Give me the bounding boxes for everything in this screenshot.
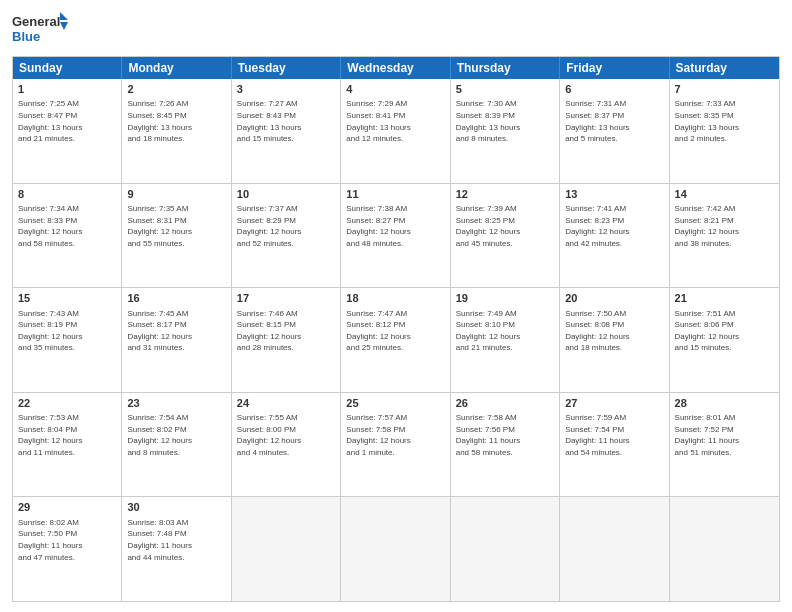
day-number-19: 19: [456, 291, 554, 306]
day-info-20: Sunrise: 7:50 AM Sunset: 8:08 PM Dayligh…: [565, 308, 663, 354]
day-number-18: 18: [346, 291, 444, 306]
day-number-24: 24: [237, 396, 335, 411]
day-24: 24Sunrise: 7:55 AM Sunset: 8:00 PM Dayli…: [232, 393, 341, 497]
day-info-21: Sunrise: 7:51 AM Sunset: 8:06 PM Dayligh…: [675, 308, 774, 354]
day-17: 17Sunrise: 7:46 AM Sunset: 8:15 PM Dayli…: [232, 288, 341, 392]
empty-cell: [341, 497, 450, 601]
header-sunday: Sunday: [13, 57, 122, 79]
day-2: 2Sunrise: 7:26 AM Sunset: 8:45 PM Daylig…: [122, 79, 231, 183]
day-info-30: Sunrise: 8:03 AM Sunset: 7:48 PM Dayligh…: [127, 517, 225, 563]
day-number-12: 12: [456, 187, 554, 202]
day-info-11: Sunrise: 7:38 AM Sunset: 8:27 PM Dayligh…: [346, 203, 444, 249]
day-number-27: 27: [565, 396, 663, 411]
day-3: 3Sunrise: 7:27 AM Sunset: 8:43 PM Daylig…: [232, 79, 341, 183]
day-number-20: 20: [565, 291, 663, 306]
day-number-8: 8: [18, 187, 116, 202]
empty-cell: [451, 497, 560, 601]
day-9: 9Sunrise: 7:35 AM Sunset: 8:31 PM Daylig…: [122, 184, 231, 288]
day-5: 5Sunrise: 7:30 AM Sunset: 8:39 PM Daylig…: [451, 79, 560, 183]
day-26: 26Sunrise: 7:58 AM Sunset: 7:56 PM Dayli…: [451, 393, 560, 497]
day-number-1: 1: [18, 82, 116, 97]
day-info-10: Sunrise: 7:37 AM Sunset: 8:29 PM Dayligh…: [237, 203, 335, 249]
day-number-5: 5: [456, 82, 554, 97]
day-info-7: Sunrise: 7:33 AM Sunset: 8:35 PM Dayligh…: [675, 98, 774, 144]
logo: General Blue: [12, 10, 72, 48]
day-info-27: Sunrise: 7:59 AM Sunset: 7:54 PM Dayligh…: [565, 412, 663, 458]
day-14: 14Sunrise: 7:42 AM Sunset: 8:21 PM Dayli…: [670, 184, 779, 288]
header-saturday: Saturday: [670, 57, 779, 79]
svg-text:General: General: [12, 14, 60, 29]
week-row-4: 22Sunrise: 7:53 AM Sunset: 8:04 PM Dayli…: [13, 392, 779, 497]
day-info-14: Sunrise: 7:42 AM Sunset: 8:21 PM Dayligh…: [675, 203, 774, 249]
day-number-15: 15: [18, 291, 116, 306]
logo-svg: General Blue: [12, 10, 72, 48]
header-monday: Monday: [122, 57, 231, 79]
day-info-16: Sunrise: 7:45 AM Sunset: 8:17 PM Dayligh…: [127, 308, 225, 354]
day-29: 29Sunrise: 8:02 AM Sunset: 7:50 PM Dayli…: [13, 497, 122, 601]
day-info-17: Sunrise: 7:46 AM Sunset: 8:15 PM Dayligh…: [237, 308, 335, 354]
day-info-25: Sunrise: 7:57 AM Sunset: 7:58 PM Dayligh…: [346, 412, 444, 458]
day-21: 21Sunrise: 7:51 AM Sunset: 8:06 PM Dayli…: [670, 288, 779, 392]
day-1: 1Sunrise: 7:25 AM Sunset: 8:47 PM Daylig…: [13, 79, 122, 183]
empty-cell: [232, 497, 341, 601]
day-8: 8Sunrise: 7:34 AM Sunset: 8:33 PM Daylig…: [13, 184, 122, 288]
day-info-18: Sunrise: 7:47 AM Sunset: 8:12 PM Dayligh…: [346, 308, 444, 354]
day-12: 12Sunrise: 7:39 AM Sunset: 8:25 PM Dayli…: [451, 184, 560, 288]
day-number-4: 4: [346, 82, 444, 97]
day-6: 6Sunrise: 7:31 AM Sunset: 8:37 PM Daylig…: [560, 79, 669, 183]
day-4: 4Sunrise: 7:29 AM Sunset: 8:41 PM Daylig…: [341, 79, 450, 183]
day-number-13: 13: [565, 187, 663, 202]
day-22: 22Sunrise: 7:53 AM Sunset: 8:04 PM Dayli…: [13, 393, 122, 497]
day-info-2: Sunrise: 7:26 AM Sunset: 8:45 PM Dayligh…: [127, 98, 225, 144]
day-number-29: 29: [18, 500, 116, 515]
week-row-3: 15Sunrise: 7:43 AM Sunset: 8:19 PM Dayli…: [13, 287, 779, 392]
day-number-9: 9: [127, 187, 225, 202]
day-info-15: Sunrise: 7:43 AM Sunset: 8:19 PM Dayligh…: [18, 308, 116, 354]
empty-cell: [670, 497, 779, 601]
day-info-28: Sunrise: 8:01 AM Sunset: 7:52 PM Dayligh…: [675, 412, 774, 458]
day-info-3: Sunrise: 7:27 AM Sunset: 8:43 PM Dayligh…: [237, 98, 335, 144]
day-27: 27Sunrise: 7:59 AM Sunset: 7:54 PM Dayli…: [560, 393, 669, 497]
day-info-26: Sunrise: 7:58 AM Sunset: 7:56 PM Dayligh…: [456, 412, 554, 458]
day-info-23: Sunrise: 7:54 AM Sunset: 8:02 PM Dayligh…: [127, 412, 225, 458]
day-number-2: 2: [127, 82, 225, 97]
day-7: 7Sunrise: 7:33 AM Sunset: 8:35 PM Daylig…: [670, 79, 779, 183]
day-info-1: Sunrise: 7:25 AM Sunset: 8:47 PM Dayligh…: [18, 98, 116, 144]
day-number-14: 14: [675, 187, 774, 202]
day-28: 28Sunrise: 8:01 AM Sunset: 7:52 PM Dayli…: [670, 393, 779, 497]
day-16: 16Sunrise: 7:45 AM Sunset: 8:17 PM Dayli…: [122, 288, 231, 392]
day-13: 13Sunrise: 7:41 AM Sunset: 8:23 PM Dayli…: [560, 184, 669, 288]
day-info-4: Sunrise: 7:29 AM Sunset: 8:41 PM Dayligh…: [346, 98, 444, 144]
day-number-21: 21: [675, 291, 774, 306]
day-info-19: Sunrise: 7:49 AM Sunset: 8:10 PM Dayligh…: [456, 308, 554, 354]
day-30: 30Sunrise: 8:03 AM Sunset: 7:48 PM Dayli…: [122, 497, 231, 601]
header-wednesday: Wednesday: [341, 57, 450, 79]
day-18: 18Sunrise: 7:47 AM Sunset: 8:12 PM Dayli…: [341, 288, 450, 392]
day-info-8: Sunrise: 7:34 AM Sunset: 8:33 PM Dayligh…: [18, 203, 116, 249]
day-number-22: 22: [18, 396, 116, 411]
day-number-10: 10: [237, 187, 335, 202]
day-number-17: 17: [237, 291, 335, 306]
day-info-29: Sunrise: 8:02 AM Sunset: 7:50 PM Dayligh…: [18, 517, 116, 563]
empty-cell: [560, 497, 669, 601]
day-info-22: Sunrise: 7:53 AM Sunset: 8:04 PM Dayligh…: [18, 412, 116, 458]
calendar-header: Sunday Monday Tuesday Wednesday Thursday…: [13, 57, 779, 79]
day-number-7: 7: [675, 82, 774, 97]
day-20: 20Sunrise: 7:50 AM Sunset: 8:08 PM Dayli…: [560, 288, 669, 392]
day-number-16: 16: [127, 291, 225, 306]
day-19: 19Sunrise: 7:49 AM Sunset: 8:10 PM Dayli…: [451, 288, 560, 392]
svg-marker-3: [60, 22, 68, 30]
header-friday: Friday: [560, 57, 669, 79]
day-info-5: Sunrise: 7:30 AM Sunset: 8:39 PM Dayligh…: [456, 98, 554, 144]
svg-text:Blue: Blue: [12, 29, 40, 44]
day-number-6: 6: [565, 82, 663, 97]
day-number-30: 30: [127, 500, 225, 515]
day-11: 11Sunrise: 7:38 AM Sunset: 8:27 PM Dayli…: [341, 184, 450, 288]
day-23: 23Sunrise: 7:54 AM Sunset: 8:02 PM Dayli…: [122, 393, 231, 497]
day-info-13: Sunrise: 7:41 AM Sunset: 8:23 PM Dayligh…: [565, 203, 663, 249]
calendar-body: 1Sunrise: 7:25 AM Sunset: 8:47 PM Daylig…: [13, 79, 779, 601]
day-10: 10Sunrise: 7:37 AM Sunset: 8:29 PM Dayli…: [232, 184, 341, 288]
week-row-1: 1Sunrise: 7:25 AM Sunset: 8:47 PM Daylig…: [13, 79, 779, 183]
day-15: 15Sunrise: 7:43 AM Sunset: 8:19 PM Dayli…: [13, 288, 122, 392]
day-info-6: Sunrise: 7:31 AM Sunset: 8:37 PM Dayligh…: [565, 98, 663, 144]
